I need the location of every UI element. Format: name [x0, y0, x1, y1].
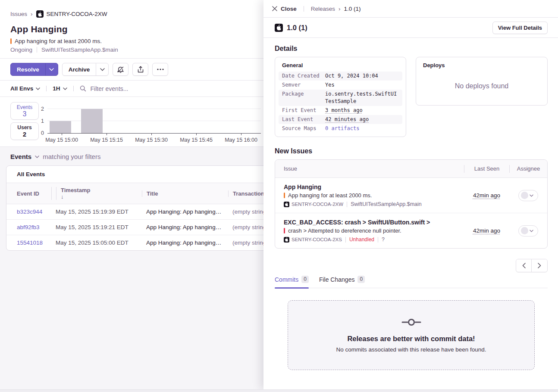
issue-meta-line: Ongoing SwiftUITestSampleApp.$main — [10, 47, 254, 53]
horizontal-scrollbar[interactable] — [0, 389, 558, 392]
all-events-title: All Events — [6, 166, 264, 183]
close-label: Close — [281, 6, 297, 12]
apple-project-icon — [275, 24, 283, 32]
kv-row-package: Package io.sentry.tests.SwiftUITestSampl… — [279, 90, 402, 106]
all-events-card: All Events Event ID Timestamp ↓ Title Tr… — [6, 165, 264, 251]
issue-action-bar: Resolve Archive — [0, 58, 264, 80]
drawer-breadcrumb: Releases › 1.0 (1) — [311, 6, 361, 12]
issue-link[interactable]: App Hanging — [284, 184, 464, 190]
issue-message: crash > Attempted to dereference null po… — [288, 227, 401, 234]
divider — [73, 86, 74, 91]
sort-desc-icon: ↓ — [56, 193, 136, 200]
breadcrumb-releases[interactable]: Releases — [311, 6, 335, 12]
general-card-title: General — [279, 62, 402, 72]
more-actions-button[interactable] — [152, 63, 168, 76]
issue-message: App hanging for at least 2000 ms. — [288, 192, 372, 199]
level-indicator-warning — [10, 38, 12, 44]
kv-key: Package — [282, 90, 325, 105]
mute-button[interactable] — [113, 63, 129, 76]
view-full-details-button[interactable]: View Full Details — [492, 22, 548, 34]
divider — [345, 237, 346, 243]
resolve-button[interactable]: Resolve — [10, 63, 46, 76]
axis-tickmark — [241, 134, 241, 135]
kv-key: Date Created — [282, 72, 325, 80]
column-timestamp[interactable]: Timestamp ↓ — [51, 187, 136, 200]
event-timestamp: May 15, 2025 15:05:00 EDT — [45, 235, 136, 251]
kv-key: Source Maps — [282, 125, 325, 132]
event-transaction: (empty string) — [222, 235, 264, 251]
details-heading: Details — [275, 45, 548, 53]
release-title: 1.0 (1) — [275, 24, 492, 32]
search-icon — [80, 85, 86, 92]
share-button[interactable] — [132, 63, 148, 76]
share-icon — [137, 66, 144, 73]
issue-header: Issues › SENTRY-COCOA-2XW App Hanging Ap… — [0, 0, 264, 58]
assignee-dropdown[interactable] — [518, 225, 538, 236]
events-heading: Events matching your filters — [6, 153, 258, 165]
artifacts-link[interactable]: 0 artifacts — [325, 125, 399, 132]
x-axis-tick-label: May 15 15:15 — [90, 137, 123, 143]
axis-tickmark — [62, 134, 62, 135]
tab-commits[interactable]: Commits 0 — [275, 276, 309, 288]
axis-tickmark — [196, 134, 197, 135]
last-seen-value: 42min ago — [464, 192, 509, 199]
release-version: 1.0 (1) — [287, 24, 307, 32]
drawer-body: Details General Date Created Oct 9, 2024… — [263, 38, 558, 370]
event-timestamp: May 15, 2025 15:19:39 EDT — [45, 204, 136, 220]
chevron-down-icon — [49, 68, 54, 71]
tab-file-changes[interactable]: File Changes 0 — [319, 276, 365, 288]
event-table-row: b323c944 May 15, 2025 15:19:39 EDT App H… — [6, 204, 264, 220]
time-range-selector[interactable]: 1H — [53, 85, 67, 92]
avatar — [521, 192, 528, 199]
pagination-previous-button[interactable] — [516, 259, 532, 272]
more-icon — [157, 68, 164, 70]
breadcrumb-release-version: 1.0 (1) — [344, 6, 361, 12]
tab-file-changes-label: File Changes — [319, 276, 355, 283]
event-id-link[interactable]: 15541018 — [6, 235, 45, 251]
filter-events-input[interactable]: Filter events... — [80, 85, 254, 92]
x-axis-tick-label: May 15 16:00 — [225, 137, 257, 143]
issue-transaction: SwiftUITestSampleApp.$main — [41, 47, 118, 53]
event-id-link[interactable]: b323c944 — [6, 204, 45, 220]
drawer-topbar: Close Releases › 1.0 (1) — [263, 0, 558, 18]
issue-tags-line: SENTRY-COCOA-2XW SwiftUITestSampleApp.$m… — [284, 201, 464, 207]
events-dataset-selector[interactable]: Events — [10, 153, 31, 160]
chart-gridline — [47, 109, 261, 109]
unhandled-hint[interactable]: ? — [382, 236, 385, 243]
general-card: General Date Created Oct 9, 2024 10:04 S… — [275, 57, 406, 137]
last-seen-value: 42min ago — [464, 227, 509, 234]
commits-empty-state: Releases are better with commit data! No… — [288, 300, 535, 370]
archive-dropdown-button[interactable] — [96, 63, 109, 76]
breadcrumb-project-id[interactable]: SENTRY-COCOA-2XW — [47, 11, 107, 17]
environment-selector[interactable]: All Envs — [10, 85, 40, 92]
chevron-down-icon — [100, 68, 105, 71]
event-transaction: (empty string) — [222, 220, 264, 235]
deploys-card-title: Deploys — [423, 62, 540, 72]
issue-link[interactable]: EXC_BAD_ACCESS: crash > SwiftUI/Button.s… — [284, 219, 464, 226]
archive-button[interactable]: Archive — [62, 63, 97, 76]
events-heading-subtitle: matching your filters — [43, 153, 100, 160]
new-issues-heading: New Issues — [275, 147, 548, 155]
close-drawer-button[interactable]: Close — [272, 6, 297, 12]
release-drawer: Close Releases › 1.0 (1) 1.0 (1) View Fu… — [263, 0, 558, 389]
event-timestamp: May 15, 2025 15:19:21 EDT — [45, 220, 136, 235]
column-transaction[interactable]: Transaction — [228, 190, 264, 197]
column-title[interactable]: Title — [142, 190, 222, 197]
commits-count-badge: 0 — [301, 276, 309, 283]
project-badge: SENTRY-COCOA-2XW — [284, 202, 343, 207]
resolve-dropdown-button[interactable] — [45, 63, 58, 76]
breadcrumb-issues[interactable]: Issues — [10, 11, 27, 17]
assignee-cell — [509, 190, 547, 201]
event-id-link[interactable]: abf92fb3 — [6, 220, 45, 235]
kv-key: Semver — [282, 81, 325, 89]
column-last-seen: Last Seen — [464, 165, 509, 173]
divider — [37, 47, 37, 53]
assignee-dropdown[interactable] — [518, 190, 538, 201]
event-table-row: 15541018 May 15, 2025 15:05:00 EDT App H… — [6, 235, 264, 251]
issues-pagination — [275, 259, 548, 272]
issue-message-line: crash > Attempted to dereference null po… — [284, 227, 464, 234]
users-stat-label: Users — [17, 124, 31, 131]
pagination-next-button[interactable] — [532, 259, 547, 272]
issue-title: App Hanging — [10, 24, 254, 34]
column-event-id[interactable]: Event ID — [13, 190, 45, 197]
